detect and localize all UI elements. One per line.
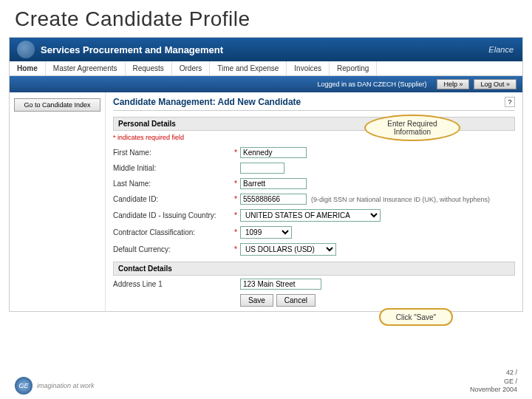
tab-orders[interactable]: Orders [172,61,211,75]
row-candidate-id: Candidate ID: * (9-digit SSN or National… [113,194,515,205]
logged-in-text: Logged in as DAN CZECH (Supplier) [317,81,426,88]
required-star: * [231,180,240,188]
callout-enter-info: Enter Required Information [364,115,460,141]
left-sidebar: Go to Candidate Index [10,92,106,311]
nav-tabs: Home Master Agreements Requests Orders T… [10,61,522,76]
candidate-id-input[interactable] [240,194,307,205]
last-name-input[interactable] [240,178,307,189]
label-issuing-country: Candidate ID - Issuing Country: [113,211,231,219]
required-star: * [231,228,240,236]
row-issuing-country: Candidate ID - Issuing Country: * UNITED… [113,209,515,222]
row-middle-initial: Middle Initial: [113,163,515,174]
required-note: * indicates required field [113,134,515,141]
required-star: * [231,211,240,219]
classification-select[interactable]: 1099 [240,226,292,239]
action-buttons: Save Cancel [240,294,515,307]
user-bar: Logged in as DAN CZECH (Supplier) Help »… [10,76,522,92]
currency-select[interactable]: US DOLLARS (USD) [240,243,336,256]
slide-footer: GE imagination at work 42 / GE / Novembe… [0,369,532,395]
label-candidate-id: Candidate ID: [113,195,231,203]
help-icon[interactable]: ? [505,97,515,107]
label-middle-initial: Middle Initial: [113,164,231,172]
banner-icon [17,41,35,58]
page-heading: Candidate Management: Add New Candidate [113,97,301,107]
banner-title: Services Procurement and Management [41,44,223,55]
row-first-name: First Name: * [113,147,515,158]
slide-title: Create Candidate Profile [0,0,532,37]
tab-requests[interactable]: Requests [126,61,172,75]
row-address-1: Address Line 1 [113,279,515,290]
label-first-name: First Name: [113,149,231,157]
section-contact-details: Contact Details [113,262,515,276]
go-candidate-index-button[interactable]: Go to Candidate Index [14,98,100,112]
callout-click-save: Click "Save" [379,308,453,326]
main-panel: Candidate Management: Add New Candidate … [106,92,522,311]
ge-tagline: imagination at work [37,382,95,389]
label-address-1: Address Line 1 [113,280,231,288]
cancel-button[interactable]: Cancel [276,294,316,307]
logout-button[interactable]: Log Out » [474,79,516,89]
label-currency: Default Currency: [113,245,231,253]
company-line: GE / [470,378,517,386]
tab-time-expense[interactable]: Time and Expense [210,61,287,75]
label-last-name: Last Name: [113,180,231,188]
footer-meta: 42 / GE / November 2004 [470,369,517,395]
candidate-id-hint: (9-digit SSN or National Insurance ID (U… [311,196,490,203]
page-header: Candidate Management: Add New Candidate … [113,97,515,111]
row-classification: Contractor Classification: * 1099 [113,226,515,239]
middle-initial-input[interactable] [240,163,284,174]
first-name-input[interactable] [240,147,307,158]
app-banner: Services Procurement and Management Elan… [10,38,522,61]
required-star: * [231,149,240,157]
vendor-logo: Elance [488,45,514,54]
row-currency: Default Currency: * US DOLLARS (USD) [113,243,515,256]
save-button[interactable]: Save [240,294,273,307]
tab-reporting[interactable]: Reporting [330,61,377,75]
required-star: * [231,245,240,253]
help-button[interactable]: Help » [437,79,469,89]
tab-master-agreements[interactable]: Master Agreements [46,61,126,75]
app-frame: Services Procurement and Management Elan… [9,37,523,312]
tab-invoices[interactable]: Invoices [287,61,330,75]
ge-logo-block: GE imagination at work [15,377,95,395]
tab-home[interactable]: Home [10,61,46,75]
row-last-name: Last Name: * [113,178,515,189]
page-number: 42 / [470,369,517,378]
ge-logo-icon: GE [15,377,33,395]
content-area: Go to Candidate Index Candidate Manageme… [10,92,522,311]
footer-date: November 2004 [470,386,517,395]
label-classification: Contractor Classification: [113,228,231,236]
issuing-country-select[interactable]: UNITED STATES OF AMERICA [240,209,381,222]
address-1-input[interactable] [240,279,321,290]
required-star: * [231,195,240,203]
